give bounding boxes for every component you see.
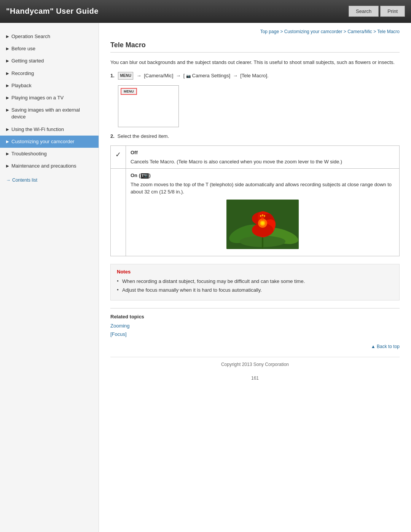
option-on-title: On (T📷) [131,172,395,179]
sidebar-item-saving-images[interactable]: ▶ Saving images with an external device [0,104,99,123]
sidebar-item-label: Playback [11,82,94,89]
arrow-icon: ▶ [6,95,9,101]
check-cell: ✓ [111,146,126,169]
arrow-icon: ▶ [6,71,9,76]
sidebar-item-before-use[interactable]: ▶ Before use [0,43,99,55]
page-number: 161 [110,372,400,385]
step-image: MENU [118,85,179,127]
sidebar-item-label: Troubleshooting [11,150,94,157]
svg-point-18 [262,214,263,216]
step-number: 1. [110,73,115,78]
arrow-icon: ▶ [6,151,9,157]
step2-text: Select the desired item. [117,133,169,139]
sidebar-item-troubleshooting[interactable]: ▶ Troubleshooting [0,148,99,160]
option-on-cell: On (T📷) The zoom moves to the top of the… [126,169,400,256]
print-button[interactable]: Print [380,6,405,17]
related-link-zooming[interactable]: Zooming [110,322,400,330]
sidebar-item-label: Before use [11,45,94,52]
notes-list: When recording a distant subject, focusi… [117,278,393,294]
sidebar-item-playing-images[interactable]: ▶ Playing images on a TV [0,92,99,104]
arrow-icon: ▶ [6,46,9,51]
table-row: ✓ Off Cancels Tele Macro. (Tele Macro is… [111,146,400,169]
sidebar-item-label: Recording [11,70,94,77]
breadcrumb: Top page > Customizing your camcorder > … [110,29,400,34]
notes-section: Notes When recording a distant subject, … [110,264,400,300]
menu-box-image: MENU [121,88,137,95]
table-row: On (T📷) The zoom moves to the top of the… [111,169,400,256]
sidebar-item-label: Customizing your camcorder [11,138,94,145]
arrow-icon: ▶ [6,139,9,144]
contents-list-link[interactable]: → Contents list [0,174,99,187]
header: "Handycam" User Guide Search Print [0,0,411,23]
sidebar-item-label: Saving images with an external device [11,107,94,120]
notes-title: Notes [117,269,393,275]
sidebar-item-label: Playing images on a TV [11,94,94,101]
breadcrumb-customizing[interactable]: Customizing your camcorder [284,29,342,34]
search-button[interactable]: Search [349,6,379,17]
check-cell [111,169,126,256]
main-content: Top page > Customizing your camcorder > … [99,23,411,532]
breadcrumb-camera-mic[interactable]: Camera/Mic [347,29,372,34]
sidebar-item-wifi[interactable]: ▶ Using the Wi-Fi function [0,123,99,136]
step-number: 2. [110,133,115,139]
arrow-icon: ▶ [6,83,9,88]
step-2: 2. Select the desired item. [110,133,400,141]
svg-point-16 [264,215,265,217]
breadcrumb-top[interactable]: Top page [260,29,279,34]
contents-list-label: Contents list [12,177,37,183]
sidebar-item-playback[interactable]: ▶ Playback [0,80,99,92]
sidebar-item-label: Using the Wi-Fi function [11,126,94,133]
step1-tele-macro: [Tele Macro]. [240,73,268,78]
menu-button-image: MENU [118,72,133,80]
related-link-focus[interactable]: [Focus] [110,330,400,339]
sidebar-item-operation-search[interactable]: ▶ Operation Search [0,30,99,43]
arrow-symbol: → [233,73,238,78]
arrow-icon: ▶ [6,163,9,169]
option-off-desc: Cancels Tele Macro. (Tele Macro is also … [131,158,395,166]
arrow-symbol: → [176,73,181,78]
sidebar-item-getting-started[interactable]: ▶ Getting started [0,55,99,67]
svg-point-12 [261,222,264,225]
step1-text: [Camera/Mic] [144,73,173,78]
arrow-right-icon: → [6,177,11,183]
arrow-icon: ▶ [6,127,9,132]
step1-settings: [ 📷 Camera Settings] [183,73,230,78]
back-to-top[interactable]: ▲ Back to top [110,344,400,349]
sidebar-item-recording[interactable]: ▶ Recording [0,67,99,80]
sidebar-item-label: Operation Search [11,33,94,40]
sidebar-item-customizing[interactable]: ▶ Customizing your camcorder [0,136,99,148]
intro-text: You can blur out backgrounds and the sub… [110,59,400,67]
note-item: Adjust the focus manually when it is har… [117,286,393,294]
site-title: "Handycam" User Guide [6,7,99,16]
flower-svg [226,200,299,249]
sidebar-item-label: Getting started [11,58,94,64]
main-layout: ▶ Operation Search ▶ Before use ▶ Gettin… [0,23,411,532]
option-on-desc: The zoom moves to the top of the T (tele… [131,181,395,196]
option-off-cell: Off Cancels Tele Macro. (Tele Macro is a… [126,146,400,169]
options-table: ✓ Off Cancels Tele Macro. (Tele Macro is… [110,145,400,256]
related-title: Related topics [110,314,400,320]
page-title: Tele Macro [110,41,400,53]
note-item: When recording a distant subject, focusi… [117,278,393,285]
svg-point-14 [260,215,261,217]
sidebar: ▶ Operation Search ▶ Before use ▶ Gettin… [0,23,99,532]
option-off-title: Off [131,149,395,157]
header-buttons: Search Print [349,6,405,17]
arrow-icon: ▶ [6,34,9,39]
copyright: Copyright 2013 Sony Corporation [221,362,289,367]
back-to-top-link[interactable]: ▲ Back to top [371,344,400,349]
sidebar-item-maintenance[interactable]: ▶ Maintenance and precautions [0,160,99,172]
sidebar-item-label: Maintenance and precautions [11,163,94,169]
breadcrumb-current: Tele Macro [377,29,400,34]
t-icon: T📷 [141,173,149,179]
arrow-icon: ▶ [6,58,9,64]
related-topics: Related topics Zooming [Focus] [110,308,400,339]
step-1: 1. MENU → [Camera/Mic] → [ 📷 Camera Sett… [110,72,400,80]
arrow-symbol: → [137,73,142,78]
arrow-icon: ▶ [6,107,9,113]
flower-image [131,200,395,249]
footer: Copyright 2013 Sony Corporation [110,357,400,372]
